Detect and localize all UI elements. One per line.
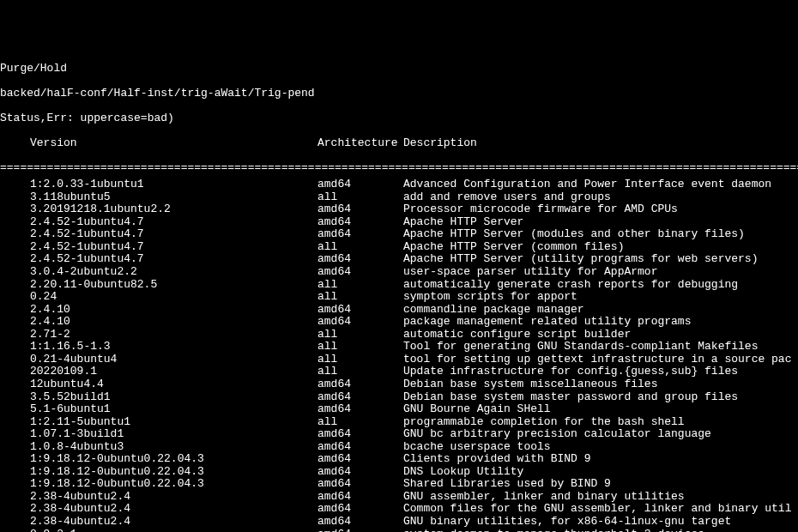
table-row: 2.20.11-0ubuntu82.5allautomatically gene… xyxy=(0,279,798,292)
cell-arch: amd64 xyxy=(317,316,403,329)
cell-desc: DNS Lookup Utility xyxy=(403,466,523,479)
table-row: 2.4.10amd64commandline package manager xyxy=(0,304,798,317)
cell-desc: symptom scripts for apport xyxy=(403,291,577,304)
table-row: 2.71-2allautomatic configure script buil… xyxy=(0,329,798,342)
cell-version: 2.71-2 xyxy=(0,329,317,342)
cell-arch: all xyxy=(317,354,403,366)
cell-desc: add and remove users and groups xyxy=(403,191,611,204)
cell-arch: amd64 xyxy=(317,453,403,466)
cell-version: 1:2.0.33-1ubuntu1 xyxy=(0,178,317,191)
cell-desc: Processor microcode firmware for AMD CPU… xyxy=(403,203,678,216)
cell-desc: Advanced Configuration and Power Interfa… xyxy=(403,178,771,191)
cell-desc: tool for setting up gettext infrastructu… xyxy=(403,354,791,366)
table-row: 1:9.18.12-0ubuntu0.22.04.3amd64Clients p… xyxy=(0,453,798,466)
table-row: 2.38-4ubuntu2.4amd64Common files for the… xyxy=(0,503,798,516)
cell-desc: automatic configure script builder xyxy=(403,329,631,342)
cell-desc: GNU bc arbitrary precision calculator la… xyxy=(403,428,711,441)
table-row: 3.118ubuntu5alladd and remove users and … xyxy=(0,191,798,204)
table-row: 1:2.11-5ubuntu1allprogrammable completio… xyxy=(0,416,798,429)
table-row: 2.4.52-1ubuntu4.7amd64Apache HTTP Server… xyxy=(0,253,798,266)
cell-version: 3.5.52build1 xyxy=(0,391,317,404)
table-row: 20220109.1allUpdate infrastructure for c… xyxy=(0,366,798,378)
table-row: 12ubuntu4.4amd64Debian base system misce… xyxy=(0,378,798,391)
cell-arch: amd64 xyxy=(317,441,403,454)
cell-version: 1:9.18.12-0ubuntu0.22.04.3 xyxy=(0,478,317,491)
terminal-output: Purge/Hold backed/halF-conf/Half-inst/tr… xyxy=(0,50,798,532)
cell-desc: Apache HTTP Server (modules and other bi… xyxy=(403,228,745,241)
column-headers: VersionArchitectureDescription xyxy=(0,137,798,150)
cell-desc: bcache userspace tools xyxy=(403,441,551,454)
col-header-desc: Description xyxy=(403,137,477,150)
cell-desc: Update infrastructure for config.{guess,… xyxy=(403,366,738,378)
cell-version: 5.1-6ubuntu1 xyxy=(0,403,317,416)
cell-version: 2.4.52-1ubuntu4.7 xyxy=(0,253,317,266)
cell-version: 1.0.8-4ubuntu3 xyxy=(0,441,317,454)
cell-arch: amd64 xyxy=(317,266,403,279)
cell-desc: Apache HTTP Server (utility programs for… xyxy=(403,253,758,266)
table-row: 3.5.52build1amd64Debian base system mast… xyxy=(0,391,798,404)
cell-version: 2.38-4ubuntu2.4 xyxy=(0,491,317,504)
cell-arch: all xyxy=(317,366,403,378)
cell-arch: amd64 xyxy=(317,428,403,441)
table-row: 2.4.52-1ubuntu4.7allApache HTTP Server (… xyxy=(0,241,798,254)
cell-version: 2.4.52-1ubuntu4.7 xyxy=(0,216,317,229)
cell-arch: all xyxy=(317,241,403,254)
cell-arch: amd64 xyxy=(317,178,403,191)
table-row: 2.4.52-1ubuntu4.7amd64Apache HTTP Server… xyxy=(0,228,798,241)
col-header-version: Version xyxy=(0,137,317,150)
cell-arch: amd64 xyxy=(317,228,403,241)
cell-arch: all xyxy=(317,329,403,342)
cell-arch: all xyxy=(317,341,403,354)
header-states: backed/halF-conf/Half-inst/trig-aWait/Tr… xyxy=(0,88,798,100)
cell-version: 1:1.16.5-1.3 xyxy=(0,341,317,354)
cell-desc: Common files for the GNU assembler, link… xyxy=(403,503,791,516)
table-row: 1:9.18.12-0ubuntu0.22.04.3amd64Shared Li… xyxy=(0,478,798,491)
cell-arch: amd64 xyxy=(317,203,403,216)
cell-arch: all xyxy=(317,279,403,292)
cell-desc: Tool for generating GNU Standards-compli… xyxy=(403,341,758,354)
cell-version: 2.38-4ubuntu2.4 xyxy=(0,516,317,529)
cell-arch: amd64 xyxy=(317,253,403,266)
cell-arch: amd64 xyxy=(317,391,403,404)
cell-arch: amd64 xyxy=(317,378,403,391)
cell-version: 2.20.11-0ubuntu82.5 xyxy=(0,279,317,292)
cell-version: 0.24 xyxy=(0,291,317,304)
cell-desc: Apache HTTP Server (common files) xyxy=(403,241,624,254)
table-row: 1:2.0.33-1ubuntu1amd64Advanced Configura… xyxy=(0,178,798,191)
package-list: 1:2.0.33-1ubuntu1amd64Advanced Configura… xyxy=(0,178,798,532)
cell-arch: amd64 xyxy=(317,478,403,491)
table-row: 2.38-4ubuntu2.4amd64GNU binary utilities… xyxy=(0,516,798,529)
cell-arch: amd64 xyxy=(317,503,403,516)
table-row: 3.0.4-2ubuntu2.2amd64user-space parser u… xyxy=(0,266,798,279)
table-row: 2.38-4ubuntu2.4amd64GNU assembler, linke… xyxy=(0,491,798,504)
cell-desc: system daemon to manage thunderbolt 3 de… xyxy=(403,529,704,532)
cell-arch: all xyxy=(317,291,403,304)
cell-desc: automatically generate crash reports for… xyxy=(403,279,738,292)
cell-version: 2.38-4ubuntu2.4 xyxy=(0,503,317,516)
cell-desc: commandline package manager xyxy=(403,304,584,317)
table-row: 1:9.18.12-0ubuntu0.22.04.3amd64DNS Looku… xyxy=(0,466,798,479)
cell-arch: amd64 xyxy=(317,403,403,416)
cell-arch: amd64 xyxy=(317,491,403,504)
cell-desc: Shared Libraries used by BIND 9 xyxy=(403,478,611,491)
cell-desc: Apache HTTP Server xyxy=(403,216,523,229)
cell-arch: amd64 xyxy=(317,516,403,529)
cell-version: 3.0.4-2ubuntu2.2 xyxy=(0,266,317,279)
cell-version: 2.4.52-1ubuntu4.7 xyxy=(0,228,317,241)
cell-version: 1:9.18.12-0ubuntu0.22.04.3 xyxy=(0,466,317,479)
cell-arch: amd64 xyxy=(317,304,403,317)
cell-version: 1:9.18.12-0ubuntu0.22.04.3 xyxy=(0,453,317,466)
table-row: 2.4.10amd64package management related ut… xyxy=(0,316,798,329)
header-purge-hold: Purge/Hold xyxy=(0,63,798,76)
cell-arch: all xyxy=(317,416,403,429)
table-row: 5.1-6ubuntu1amd64GNU Bourne Again SHell xyxy=(0,403,798,416)
cell-desc: GNU binary utilities, for x86-64-linux-g… xyxy=(403,516,731,529)
cell-version: 2.4.52-1ubuntu4.7 xyxy=(0,241,317,254)
cell-arch: amd64 xyxy=(317,216,403,229)
separator-line: ========================================… xyxy=(0,162,798,175)
table-row: 1.07.1-3build1amd64GNU bc arbitrary prec… xyxy=(0,428,798,441)
cell-version: 1:2.11-5ubuntu1 xyxy=(0,416,317,429)
table-row: 0.24allsymptom scripts for apport xyxy=(0,291,798,304)
table-row: 1.0.8-4ubuntu3amd64bcache userspace tool… xyxy=(0,441,798,454)
cell-desc: programmable completion for the bash she… xyxy=(403,416,685,429)
